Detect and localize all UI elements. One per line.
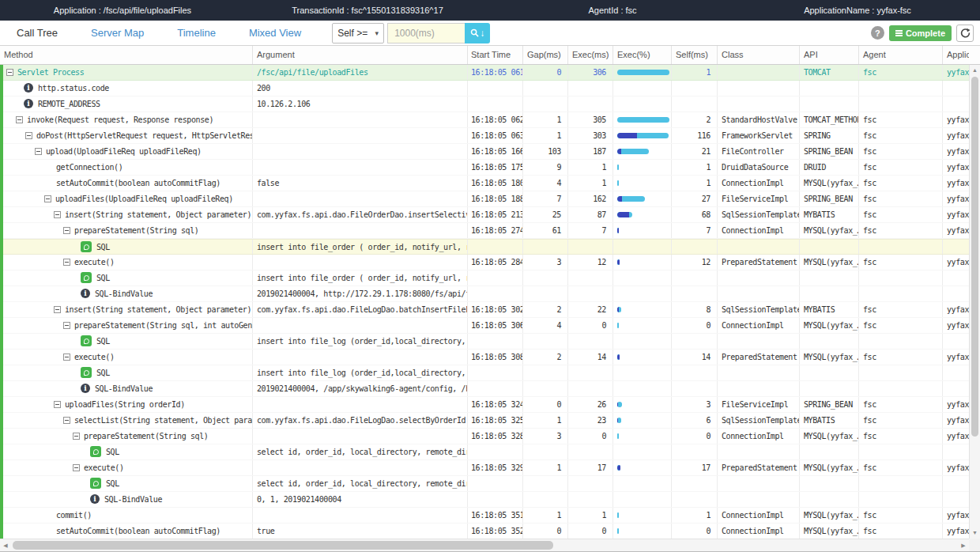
table-row[interactable]: setAutoCommit(boolean autoCommitFlag)tru… <box>0 524 980 539</box>
application-cell: yyfax- <box>943 223 969 238</box>
collapse-expander-icon[interactable] <box>16 116 23 123</box>
help-icon[interactable]: ? <box>871 26 884 40</box>
exec-cell: 0 <box>568 524 613 539</box>
exec-percent-bar <box>617 323 619 328</box>
api-cell: MYSQL(yyfax_… <box>800 176 859 191</box>
collapse-expander-icon[interactable] <box>63 322 70 329</box>
collapse-expander-icon[interactable] <box>63 417 70 424</box>
table-row[interactable]: invoke(Request request, Response respons… <box>0 112 980 128</box>
table-row[interactable]: upload(UploadFileReq uploadFileReq)16:18… <box>0 144 980 160</box>
exec-percent-bar <box>617 307 621 312</box>
collapse-expander-icon[interactable] <box>73 433 80 440</box>
tab-call-tree[interactable]: Call Tree <box>0 21 74 45</box>
collapse-expander-icon[interactable] <box>25 132 32 139</box>
api-cell: SPRING_BEAN <box>800 191 859 206</box>
table-row[interactable]: SQLinsert into file_order ( order_id, no… <box>0 239 980 255</box>
table-row[interactable]: uploadFiles(String orderId)16:18:05 3240… <box>0 397 980 413</box>
agent-cell: fsc <box>859 318 943 333</box>
table-row[interactable]: iREMOTE_ADDRESS10.126.2.106 <box>0 96 980 112</box>
table-row[interactable]: SQLselect id, order_id, local_directory,… <box>0 476 980 492</box>
table-row[interactable]: commit()16:18:05 351111ConnectionImplMYS… <box>0 508 980 524</box>
self-cell: 68 <box>672 207 718 222</box>
filter-operator-select[interactable]: Self >= ▾ <box>332 23 384 43</box>
table-row[interactable]: insert(String statement, Object paramete… <box>0 302 980 318</box>
collapse-expander-icon[interactable] <box>35 148 42 155</box>
vertical-scrollbar[interactable]: ▲ ▼ <box>969 65 980 539</box>
method-label: doPost(HttpServletRequest request, HttpS… <box>36 131 253 140</box>
collapse-expander-icon[interactable] <box>6 69 13 76</box>
table-row[interactable]: insert(String statement, Object paramete… <box>0 207 980 223</box>
argument-cell <box>253 318 468 333</box>
agent-cell: fsc <box>859 413 943 428</box>
horizontal-scrollbar-thumb[interactable] <box>13 541 553 550</box>
argument-cell: 2019021400004, /app/skywalking6-agent/co… <box>253 381 468 396</box>
gap-cell: 1 <box>523 128 568 143</box>
table-row[interactable]: uploadFiles(UploadFileReq uploadFileReq)… <box>0 191 980 207</box>
tab-mixed-view[interactable]: Mixed View <box>232 21 318 45</box>
table-row[interactable]: getConnection()16:18:05 175911DruidDataS… <box>0 160 980 176</box>
table-row[interactable]: iSQL-BindValue2019021400004, /app/skywal… <box>0 381 980 397</box>
scroll-left-icon[interactable]: ◀ <box>0 539 11 551</box>
horizontal-scrollbar[interactable]: ◀ ▶ <box>0 539 969 551</box>
table-row[interactable]: doPost(HttpServletRequest request, HttpS… <box>0 128 980 144</box>
gap-cell <box>523 286 568 301</box>
collapse-expander-icon[interactable] <box>63 227 70 234</box>
table-row[interactable]: execute()16:18:05 32911717PreparedStatem… <box>0 460 980 476</box>
gap-cell <box>523 240 568 254</box>
collapse-expander-icon[interactable] <box>54 211 61 218</box>
collapse-expander-icon[interactable] <box>54 306 61 313</box>
self-time-bar-segment <box>617 212 629 217</box>
class-cell <box>718 492 800 507</box>
gap-cell <box>523 270 568 285</box>
collapse-expander-icon[interactable] <box>54 401 61 408</box>
collapse-expander-icon[interactable] <box>44 195 51 202</box>
table-row[interactable]: prepareStatement(String sql)16:18:05 274… <box>0 223 980 239</box>
search-button[interactable]: ↓ <box>465 23 490 43</box>
table-row[interactable]: Servlet Process/fsc/api/file/uploadFiles… <box>0 65 980 81</box>
exec-percent-cell <box>613 476 672 491</box>
table-row[interactable]: execute()16:18:05 30821414PreparedStatem… <box>0 350 980 365</box>
start-time-cell <box>468 365 523 380</box>
table-row[interactable]: SQLinsert into file_log (order_id,local_… <box>0 365 980 381</box>
collapse-expander-icon[interactable] <box>63 354 70 361</box>
table-row[interactable]: SQLinsert into file_log (order_id,local_… <box>0 334 980 350</box>
transaction-info-bar: Application : /fsc/api/file/uploadFiles … <box>0 0 980 21</box>
collapse-expander-icon[interactable] <box>73 464 80 471</box>
table-row[interactable]: iSQL-BindValue0, 1, 2019021400004 <box>0 492 980 508</box>
table-row[interactable]: SQLselect id, order_id, local_directory,… <box>0 444 980 460</box>
application-label: Application : /fsc/api/file/uploadFiles <box>0 6 245 15</box>
exec-percent-cell <box>613 96 672 112</box>
table-row[interactable]: SQLinsert into file_order ( order_id, no… <box>0 270 980 286</box>
method-label: execute() <box>74 353 115 361</box>
application-cell: yyfax- <box>943 65 969 80</box>
sql-icon <box>81 241 92 252</box>
agent-cell: fsc <box>859 460 943 475</box>
sql-icon <box>90 446 101 457</box>
api-cell: MYSQL(yyfax_… <box>800 255 859 270</box>
table-row[interactable]: setAutoCommit(boolean autoCommitFlag)fal… <box>0 176 980 191</box>
tab-server-map[interactable]: Server Map <box>74 21 160 45</box>
table-row[interactable]: selectList(String statement, Object para… <box>0 413 980 429</box>
self-cell <box>672 476 718 491</box>
method-cell: insert(String statement, Object paramete… <box>0 207 253 222</box>
api-cell <box>800 444 859 459</box>
argument-cell: insert into file_order ( order_id, notif… <box>253 270 468 285</box>
table-row[interactable]: prepareStatement(String sql)16:18:05 328… <box>0 429 980 444</box>
table-row[interactable]: prepareStatement(String sql, int autoGen… <box>0 318 980 334</box>
class-cell: SqlSessionTemplate <box>718 207 800 222</box>
scroll-up-icon[interactable]: ▲ <box>970 65 980 76</box>
table-row[interactable]: ihttp.status.code200 <box>0 81 980 96</box>
table-row[interactable]: execute()16:18:05 28431212PreparedStatem… <box>0 255 980 270</box>
scroll-down-icon[interactable]: ▼ <box>970 527 980 539</box>
table-row[interactable]: iSQL-BindValue2019021400004, http://172.… <box>0 286 980 302</box>
method-label: setAutoCommit(boolean autoCommitFlag) <box>56 527 220 535</box>
collapse-expander-icon[interactable] <box>63 259 70 266</box>
complete-status-button[interactable]: Complete <box>889 25 952 41</box>
refresh-button[interactable] <box>956 25 974 42</box>
complete-label: Complete <box>906 28 945 38</box>
scroll-right-icon[interactable]: ▶ <box>958 539 969 551</box>
method-label: prepareStatement(String sql, int autoGen… <box>74 321 253 330</box>
filter-threshold-input[interactable] <box>387 23 465 43</box>
tab-timeline[interactable]: Timeline <box>160 21 232 45</box>
vertical-scrollbar-thumb[interactable] <box>971 77 978 437</box>
